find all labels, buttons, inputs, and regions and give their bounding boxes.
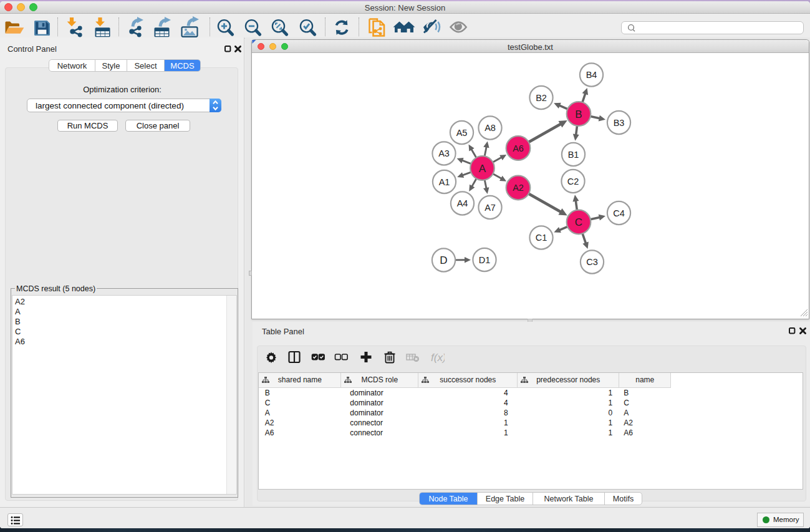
svg-text:A4: A4	[457, 198, 468, 208]
svg-text:A8: A8	[485, 123, 496, 133]
svg-text:A5: A5	[456, 128, 468, 138]
svg-text:A2: A2	[513, 183, 524, 193]
svg-text:f(x): f(x)	[431, 352, 445, 364]
svg-text:B: B	[575, 109, 582, 120]
svg-text:A7: A7	[485, 203, 496, 213]
svg-text:C2: C2	[567, 177, 579, 186]
svg-text:A6: A6	[513, 143, 524, 153]
svg-text:B1: B1	[568, 150, 579, 160]
svg-text:D: D	[440, 254, 447, 266]
svg-text:A1: A1	[439, 177, 450, 187]
svg-text:A3: A3	[438, 148, 450, 158]
svg-text:C: C	[575, 216, 582, 228]
svg-text:B4: B4	[586, 70, 597, 80]
svg-text:B2: B2	[536, 93, 547, 103]
svg-text:D1: D1	[479, 255, 491, 265]
svg-text:B3: B3	[614, 118, 625, 128]
svg-text:C4: C4	[613, 208, 625, 218]
svg-text:A: A	[479, 163, 486, 175]
svg-text:C3: C3	[586, 257, 598, 267]
svg-text:C1: C1	[536, 233, 547, 243]
